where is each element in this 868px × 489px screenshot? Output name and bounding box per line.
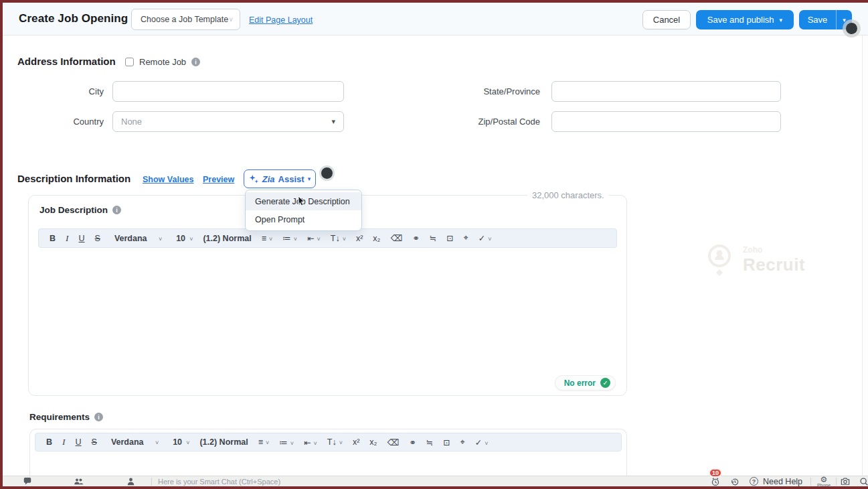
spellcheck-select[interactable]: ✓˅: [471, 437, 493, 447]
line-height-select[interactable]: (1.2) Normal: [199, 234, 255, 243]
clear-format-button[interactable]: ⌫: [383, 437, 403, 447]
link-button[interactable]: ⚭: [405, 437, 420, 447]
zia-assist-button[interactable]: Zia Assist ▾: [244, 169, 316, 188]
chevron-down-icon: ˅: [155, 439, 159, 446]
need-help-link[interactable]: Need Help: [763, 477, 802, 486]
chevron-down-icon: ˅: [314, 440, 317, 447]
underline-button[interactable]: U: [72, 437, 86, 447]
zoho-recruit-logo: [703, 241, 736, 279]
channels-icon[interactable]: [74, 477, 84, 486]
zia-logo: Zia: [262, 174, 275, 184]
requirements-label-row: Requirements i: [29, 412, 103, 422]
list-select[interactable]: ≔˅: [278, 233, 301, 243]
info-icon[interactable]: i: [191, 58, 200, 66]
requirements-editor[interactable]: [35, 453, 622, 476]
indent-select[interactable]: ⇤˅: [300, 437, 321, 447]
chevron-down-icon: ˅: [266, 439, 269, 446]
divider: [836, 478, 837, 486]
superscript-button[interactable]: x²: [352, 234, 367, 243]
superscript-button[interactable]: x²: [349, 437, 363, 447]
bottom-bar: Here is your Smart Chat (Ctrl+Space) 10 …: [3, 476, 868, 486]
search-icon[interactable]: [859, 477, 868, 486]
edit-page-layout-link[interactable]: Edit Page Layout: [249, 15, 313, 25]
address-information-title: Address Information: [17, 56, 116, 67]
cancel-button[interactable]: Cancel: [642, 10, 691, 29]
contacts-icon[interactable]: [126, 477, 135, 486]
job-template-value: Choose a Job Template: [141, 15, 229, 24]
move-button[interactable]: ⌖: [460, 233, 472, 243]
spacing-button[interactable]: ≒: [426, 233, 441, 243]
no-error-text: No error: [564, 378, 596, 388]
insert-image-button[interactable]: ⊡: [439, 437, 454, 447]
city-input[interactable]: [112, 81, 344, 102]
font-size-select[interactable]: 10˅: [172, 234, 197, 243]
spacing-button[interactable]: ≒: [422, 437, 438, 447]
recording-border-left: [0, 0, 3, 489]
job-template-select[interactable]: Choose a Job Template ˅: [131, 9, 240, 30]
state-input[interactable]: [551, 81, 781, 102]
save-split-button: Save ▾: [799, 10, 852, 29]
menu-item-open-prompt[interactable]: Open Prompt: [246, 210, 361, 228]
alarm-icon[interactable]: [711, 477, 720, 486]
insert-image-button[interactable]: ⊡: [442, 233, 457, 243]
job-description-label: Job Description: [39, 205, 108, 215]
align-select[interactable]: ≡˅: [254, 437, 274, 447]
info-icon[interactable]: i: [112, 206, 121, 214]
zoho-recruit-watermark: Zoho Recruit: [703, 241, 805, 279]
spellcheck-select[interactable]: ✓˅: [474, 233, 496, 243]
mouse-cursor: [296, 196, 307, 207]
city-label: City: [20, 81, 104, 102]
bold-button[interactable]: B: [46, 234, 60, 243]
subscript-button[interactable]: x₂: [365, 437, 381, 447]
strikethrough-button[interactable]: S: [91, 234, 104, 243]
show-values-link[interactable]: Show Values: [143, 175, 193, 184]
chevron-down-icon: ˅: [294, 236, 297, 242]
font-family-select[interactable]: Verdana˅: [107, 437, 163, 447]
list-select[interactable]: ≔˅: [275, 437, 298, 447]
text-direction-select[interactable]: T↓˅: [323, 437, 347, 447]
subscript-button[interactable]: x₂: [369, 234, 384, 243]
watermark-brand: Zoho: [743, 245, 805, 255]
move-button[interactable]: ⌖: [456, 437, 469, 447]
clear-format-button[interactable]: ⌫: [386, 233, 406, 243]
save-button[interactable]: Save: [799, 10, 836, 29]
bold-button[interactable]: B: [42, 437, 56, 447]
notification-badge: 10: [709, 468, 722, 478]
job-description-editor[interactable]: [38, 249, 617, 371]
country-select[interactable]: None ▾: [112, 111, 344, 132]
requirements-toolbar: B I U S Verdana˅ 10˅ (1.2) Normal ≡˅ ≔˅ …: [35, 433, 622, 451]
font-size-select[interactable]: 10˅: [169, 437, 193, 447]
line-height-select[interactable]: (1.2) Normal: [195, 437, 252, 447]
font-family-select[interactable]: Verdana˅: [110, 234, 166, 243]
remote-job-checkbox[interactable]: [125, 58, 134, 66]
strikethrough-button[interactable]: S: [88, 437, 101, 447]
italic-button[interactable]: I: [62, 233, 73, 244]
save-and-publish-button[interactable]: Save and publish ▾: [696, 10, 794, 29]
history-icon[interactable]: [730, 477, 740, 486]
country-label: Country: [20, 111, 104, 132]
underline-button[interactable]: U: [75, 234, 89, 243]
preview-link[interactable]: Preview: [203, 175, 234, 184]
recording-border-bottom: [0, 486, 868, 489]
text-direction-select[interactable]: T↓˅: [327, 234, 350, 243]
chat-icon[interactable]: [23, 477, 32, 486]
align-select[interactable]: ≡˅: [258, 234, 277, 243]
chevron-down-icon: ˅: [290, 440, 294, 447]
camera-icon[interactable]: [841, 477, 850, 486]
chevron-down-icon: ˅: [339, 439, 343, 446]
watermark-product: Recruit: [743, 255, 805, 275]
save-and-publish-label: Save and publish: [707, 15, 774, 25]
vertical-scrollbar[interactable]: [862, 36, 868, 476]
zip-input[interactable]: [551, 111, 781, 132]
info-icon[interactable]: i: [94, 413, 103, 421]
help-icon[interactable]: ?: [750, 477, 758, 486]
create-job-opening-page: Create Job Opening - Choose a Job Templa…: [0, 0, 868, 489]
chevron-down-icon: ˅: [189, 236, 193, 242]
italic-button[interactable]: I: [58, 437, 70, 447]
header-actions: Cancel Save and publish ▾ Save ▾: [642, 10, 852, 29]
smart-chat-input[interactable]: Here is your Smart Chat (Ctrl+Space): [158, 478, 280, 486]
requirements-panel: B I U S Verdana˅ 10˅ (1.2) Normal ≡˅ ≔˅ …: [29, 429, 627, 476]
recording-dot: [846, 23, 857, 34]
indent-select[interactable]: ⇤˅: [303, 233, 325, 243]
link-button[interactable]: ⚭: [408, 233, 423, 243]
